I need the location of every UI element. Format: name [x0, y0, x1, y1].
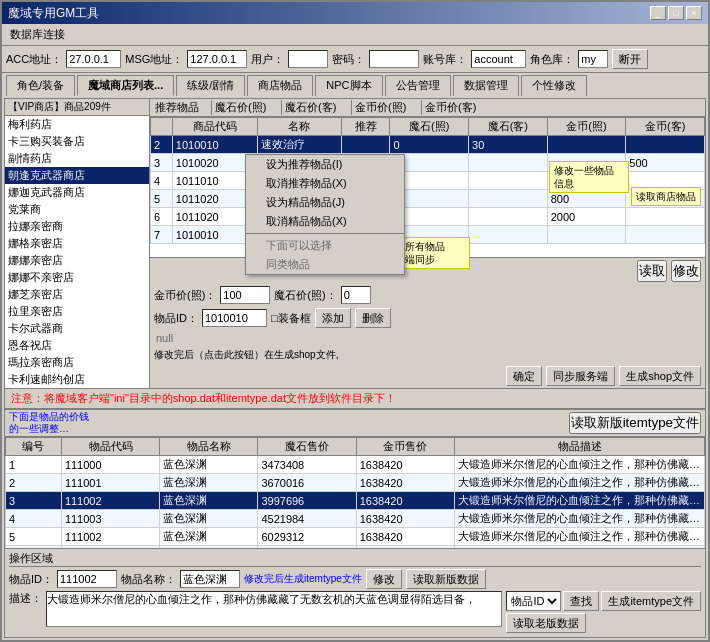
ops-generate-itemtype-btn[interactable]: 生成itemtype文件: [601, 591, 701, 611]
sidebar-item-14[interactable]: 瑪拉亲密商店: [5, 354, 149, 371]
sidebar-item-3[interactable]: 朝逢克武器商店: [5, 167, 149, 184]
ops-read-new-btn[interactable]: 读取新版数据: [406, 569, 486, 589]
sidebar-item-15[interactable]: 卡利速邮约创店: [5, 371, 149, 388]
sidebar-item-12[interactable]: 卡尔武器商: [5, 320, 149, 337]
ctx-cancel-premium[interactable]: 取消精品物品(X): [246, 212, 404, 231]
ctx-same-category: 下面可以选择: [246, 236, 404, 255]
bth-num: 编号: [6, 438, 62, 456]
add-item-btn[interactable]: 添加: [315, 308, 351, 328]
close-button[interactable]: ×: [686, 6, 702, 20]
ops-right-btns: 物品ID 查找 生成itemtype文件 读取老版数据: [506, 591, 701, 633]
sync-server-btn[interactable]: 同步服务端: [546, 366, 615, 386]
sidebar-item-4[interactable]: 娜迦克武器商店: [5, 184, 149, 201]
item-id-input[interactable]: [202, 309, 267, 327]
menu-database[interactable]: 数据库连接: [6, 26, 69, 43]
th-col1: 推荐: [342, 118, 390, 136]
th-num: [151, 118, 173, 136]
sidebar-item-8[interactable]: 娜娜亲密店: [5, 252, 149, 269]
tab-npc[interactable]: NPC脚本: [315, 75, 382, 96]
stone-price-input[interactable]: [341, 286, 371, 304]
table-row[interactable]: 61011020速效法力2000: [151, 208, 705, 226]
main-window: 魔域专用GM工具 _ □ × 数据库连接 ACC地址： MSG地址： 用户： 密…: [0, 0, 710, 642]
role-input[interactable]: [578, 50, 608, 68]
gold-price-label: 金币价(照)：: [154, 288, 216, 303]
tab-notice[interactable]: 公告管理: [385, 75, 451, 96]
note-bar: 注意：将魔域客户端"ini"目录中的shop.dat和itemtype.dat文…: [5, 389, 705, 409]
sidebar-item-2[interactable]: 副情药店: [5, 150, 149, 167]
tab-level[interactable]: 练级/剧情: [176, 75, 245, 96]
ctx-cancel-recommend[interactable]: 取消推荐物品(X): [246, 174, 404, 193]
bottom-section: 下面是物品的价钱的一些调整… 读取新版itemtype文件 编号 物品代码 物品…: [5, 409, 705, 637]
th-gold-c: 金币(客): [626, 118, 705, 136]
th-stone-c: 魔石(客): [469, 118, 548, 136]
bottom-table-wrap[interactable]: 编号 物品代码 物品名称 魔石售价 金币售价 物品描述 1111000蓝色深渊3…: [5, 437, 705, 548]
db-input[interactable]: [471, 50, 526, 68]
table-row[interactable]: 1111000蓝色深渊34734081638420 大锻造师米尔僧尼的心血倾注之…: [6, 456, 705, 474]
window-controls: _ □ ×: [650, 6, 702, 20]
title-bar: 魔域专用GM工具 _ □ ×: [2, 2, 708, 24]
sidebar-item-5[interactable]: 党莱商: [5, 201, 149, 218]
sidebar-item-11[interactable]: 拉里亲密店: [5, 303, 149, 320]
sidebar-item-9[interactable]: 娜娜不亲密店: [5, 269, 149, 286]
read-shop-btn[interactable]: 读取: [637, 260, 667, 282]
shop-sidebar: 【VIP商店】商品209件 梅利药店 卡三购买装备店 副情药店 朝逢克武器商店 …: [5, 99, 150, 388]
table-row[interactable]: 3111002蓝色深渊39976961638420 大锻造师米尔僧尼的心血倾注之…: [6, 492, 705, 510]
ops-name-label: 物品名称：: [121, 572, 176, 587]
ops-query-btn[interactable]: 查找: [563, 591, 599, 611]
price-note: 下面是物品的价钱的一些调整…: [9, 411, 89, 435]
read-itemtype-btn[interactable]: 读取新版itemtype文件: [569, 412, 701, 434]
maximize-button[interactable]: □: [668, 6, 684, 20]
pwd-input[interactable]: [369, 50, 419, 68]
sidebar-item-6[interactable]: 拉娜亲密商: [5, 218, 149, 235]
bth-name: 物品名称: [160, 438, 258, 456]
confirm-btn[interactable]: 确定: [506, 366, 542, 386]
ctx-set-premium[interactable]: 设为精品物品(J): [246, 193, 404, 212]
generate-shop-btn[interactable]: 生成shop文件: [619, 366, 701, 386]
sidebar-item-10[interactable]: 娜芝亲密店: [5, 286, 149, 303]
col-gold-listed: 金币价(照): [352, 100, 422, 115]
ops-title: 操作区域: [9, 551, 701, 567]
gold-price-input[interactable]: [220, 286, 270, 304]
table-row[interactable]: 5111002蓝色深渊60293121638420 大锻造师米尔僧尼的心血倾注之…: [6, 528, 705, 546]
ops-sort-row: 物品ID 查找 生成itemtype文件: [506, 591, 701, 611]
sidebar-item-7[interactable]: 娜格亲密店: [5, 235, 149, 252]
ops-id-input[interactable]: [57, 570, 117, 588]
tab-shop[interactable]: 魔域商店列表...: [77, 75, 174, 96]
ops-area: 操作区域 物品ID： 物品名称： 修改完后生成itemtype文件 修改 读取新…: [5, 548, 705, 637]
tab-personal[interactable]: 个性修改: [521, 75, 587, 96]
tab-data[interactable]: 数据管理: [453, 75, 519, 96]
ctx-set-recommend[interactable]: 设为推荐物品(I): [246, 155, 404, 174]
tab-role[interactable]: 角色/装备: [6, 75, 75, 96]
msg-input[interactable]: [187, 50, 247, 68]
table-row[interactable]: 21010010速效治疗030: [151, 136, 705, 154]
sidebar-list: 梅利药店 卡三购买装备店 副情药店 朝逢克武器商店 娜迦克武器商店 党莱商 拉娜…: [5, 116, 149, 388]
delete-item-btn[interactable]: 删除: [355, 308, 391, 328]
equip-label: □装备框: [271, 311, 311, 326]
connect-button[interactable]: 断开: [612, 49, 648, 69]
tab-items[interactable]: 商店物品: [247, 75, 313, 96]
th-name: 名称: [257, 118, 342, 136]
info-modify-item: 修改一些物品信息: [549, 161, 629, 193]
ops-desc-textarea[interactable]: 大锻造师米尔僧尼的心血倾注之作，那种仿佛藏藏了无数玄机的天蓝色调显得陌选目备，: [46, 591, 502, 627]
th-stone-p: 魔石(照): [390, 118, 469, 136]
ops-desc-label: 描述：: [9, 591, 42, 606]
sidebar-item-13[interactable]: 恩各祝店: [5, 337, 149, 354]
acc-input[interactable]: [66, 50, 121, 68]
sidebar-item-1[interactable]: 卡三购买装备店: [5, 133, 149, 150]
ops-edit-btn[interactable]: 修改: [366, 569, 402, 589]
ops-sort-select[interactable]: 物品ID: [506, 591, 561, 611]
bth-stone: 魔石售价: [258, 438, 356, 456]
item-id-form-row: 物品ID： □装备框 添加 删除: [150, 306, 705, 330]
ops-read-old-btn[interactable]: 读取老版数据: [506, 613, 586, 633]
edit-shop-btn[interactable]: 修改: [671, 260, 701, 282]
pwd-label: 密码：: [332, 52, 365, 67]
minimize-button[interactable]: _: [650, 6, 666, 20]
sidebar-item-0[interactable]: 梅利药店: [5, 116, 149, 133]
role-label: 角色库：: [530, 52, 574, 67]
table-row[interactable]: 4111003蓝色深渊45219841638420 大锻造师米尔僧尼的心血倾注之…: [6, 510, 705, 528]
user-label: 用户：: [251, 52, 284, 67]
ops-name-input[interactable]: [180, 570, 240, 588]
table-row[interactable]: 2111001蓝色深渊36700161638420 大锻造师米尔僧尼的心血倾注之…: [6, 474, 705, 492]
user-input[interactable]: [288, 50, 328, 68]
generate-itemtype-note: 修改完后生成itemtype文件: [244, 572, 362, 586]
